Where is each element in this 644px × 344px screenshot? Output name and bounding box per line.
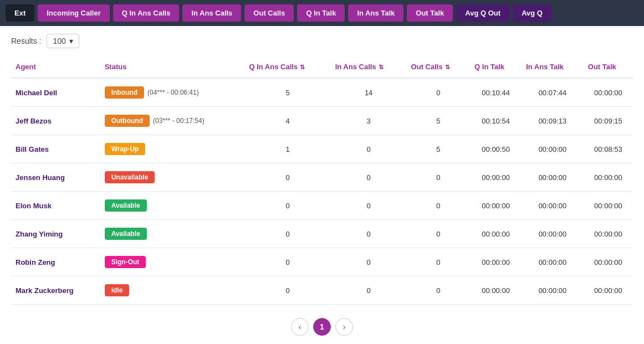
agent-status-cell: Sign-Out xyxy=(100,248,245,276)
table-row: Michael DellInbound(04*** - 00:06:41)514… xyxy=(11,78,633,107)
cell-in-ans-talk: 00:00:00 xyxy=(522,135,584,163)
cell-out-calls: 0 xyxy=(407,78,471,107)
cell-q-in-ans-calls: 0 xyxy=(244,192,330,220)
status-badge: idle xyxy=(105,284,130,296)
table-row: Jensen HuangUnavailable00000:00:0000:00:… xyxy=(11,163,633,192)
cell-q-in-ans-calls: 0 xyxy=(244,276,330,305)
cell-in-ans-talk: 00:07:44 xyxy=(522,78,584,107)
sort-icon: ⇅ xyxy=(445,64,450,71)
cell-out-talk: 00:00:00 xyxy=(584,248,633,276)
caller-info: (04*** - 00:06:41) xyxy=(147,89,199,96)
cell-q-in-ans-calls: 0 xyxy=(244,220,330,248)
cell-in-ans-talk: 00:09:13 xyxy=(522,107,584,135)
col-header-q-in-talk: Q In Talk xyxy=(470,56,522,78)
toolbar-btn-avg-q[interactable]: Avg Q xyxy=(513,4,551,22)
status-badge: Sign-Out xyxy=(105,256,146,268)
cell-out-calls: 5 xyxy=(407,107,471,135)
cell-in-ans-talk: 00:00:00 xyxy=(522,248,584,276)
status-badge: Available xyxy=(105,199,147,212)
cell-out-talk: 00:00:00 xyxy=(584,276,633,305)
toolbar-btn-q-in-ans-calls[interactable]: Q In Ans Calls xyxy=(113,4,180,22)
cell-in-ans-talk: 00:00:00 xyxy=(522,192,584,220)
agent-name: Robin Zeng xyxy=(11,248,100,276)
toolbar-btn-avg-q-out[interactable]: Avg Q Out xyxy=(456,4,509,22)
cell-in-ans-calls: 0 xyxy=(331,163,407,192)
col-header-in-ans-calls[interactable]: In Ans Calls⇅ xyxy=(331,56,407,78)
cell-out-calls: 0 xyxy=(407,276,471,305)
cell-out-talk: 00:09:15 xyxy=(584,107,633,135)
cell-in-ans-calls: 14 xyxy=(331,78,407,107)
agent-name: Zhang Yiming xyxy=(11,220,100,248)
agent-status-cell: Unavailable xyxy=(100,163,245,192)
cell-q-in-talk: 00:00:00 xyxy=(470,163,522,192)
status-badge: Outbound xyxy=(105,115,150,127)
toolbar-btn-out-talk[interactable]: Out Talk xyxy=(407,4,453,22)
next-page-button[interactable]: › xyxy=(335,318,353,336)
cell-out-calls: 0 xyxy=(407,192,471,220)
toolbar-btn-out-calls[interactable]: Out Calls xyxy=(244,4,294,22)
toolbar-btn-in-ans-calls[interactable]: In Ans Calls xyxy=(182,4,241,22)
col-header-agent: Agent xyxy=(11,56,100,78)
results-label: Results : xyxy=(11,37,41,45)
col-header-in-ans-talk: In Ans Talk xyxy=(522,56,584,78)
agent-status-cell: Available xyxy=(100,220,245,248)
agent-name: Jensen Huang xyxy=(11,163,100,192)
table-container: AgentStatusQ In Ans Calls⇅In Ans Calls⇅O… xyxy=(0,56,644,305)
toolbar-btn-in-ans-talk[interactable]: In Ans Talk xyxy=(348,4,403,22)
cell-out-talk: 00:00:00 xyxy=(584,220,633,248)
col-header-out-talk: Out Talk xyxy=(584,56,633,78)
table-row: Bill GatesWrap-Up10500:00:5000:00:0000:0… xyxy=(11,135,633,163)
col-header-q-in-ans-calls[interactable]: Q In Ans Calls⇅ xyxy=(244,56,330,78)
cell-in-ans-calls: 0 xyxy=(331,248,407,276)
status-badge: Wrap-Up xyxy=(105,143,146,155)
cell-q-in-ans-calls: 1 xyxy=(244,135,330,163)
table-row: Zhang YimingAvailable00000:00:0000:00:00… xyxy=(11,220,633,248)
cell-q-in-ans-calls: 0 xyxy=(244,248,330,276)
cell-q-in-talk: 00:00:00 xyxy=(470,192,522,220)
cell-in-ans-talk: 00:00:00 xyxy=(522,163,584,192)
results-value: 100 xyxy=(53,37,65,45)
sort-icon: ⇅ xyxy=(300,64,305,71)
pagination: ‹ 1 › xyxy=(0,305,644,344)
agent-status-cell: Available xyxy=(100,192,245,220)
toolbar-btn-q-in-talk[interactable]: Q In Talk xyxy=(297,4,345,22)
agent-status-cell: idle xyxy=(100,276,245,305)
page-number-1[interactable]: 1 xyxy=(313,318,331,336)
cell-q-in-talk: 00:10:44 xyxy=(470,78,522,107)
cell-q-in-ans-calls: 4 xyxy=(244,107,330,135)
chevron-down-icon: ▾ xyxy=(69,37,73,45)
cell-q-in-talk: 00:00:00 xyxy=(470,276,522,305)
status-badge: Inbound xyxy=(105,86,144,99)
agents-table: AgentStatusQ In Ans Calls⇅In Ans Calls⇅O… xyxy=(11,56,633,305)
results-bar: Results : 100 ▾ xyxy=(0,26,644,56)
agent-status-cell: Inbound(04*** - 00:06:41) xyxy=(100,78,245,107)
cell-q-in-talk: 00:10:54 xyxy=(470,107,522,135)
agent-name: Elon Musk xyxy=(11,192,100,220)
cell-in-ans-calls: 0 xyxy=(331,276,407,305)
col-header-status: Status xyxy=(100,56,245,78)
table-row: Elon MuskAvailable00000:00:0000:00:0000:… xyxy=(11,192,633,220)
cell-q-in-talk: 00:00:50 xyxy=(470,135,522,163)
toolbar: ExtIncoming CallerQ In Ans CallsIn Ans C… xyxy=(0,0,644,26)
cell-q-in-talk: 00:00:00 xyxy=(470,220,522,248)
cell-q-in-talk: 00:00:00 xyxy=(470,248,522,276)
agent-status-cell: Outbound(03*** - 00:17:54) xyxy=(100,107,245,135)
cell-in-ans-talk: 00:00:00 xyxy=(522,220,584,248)
cell-out-talk: 00:00:00 xyxy=(584,192,633,220)
cell-in-ans-talk: 00:00:00 xyxy=(522,276,584,305)
results-select[interactable]: 100 ▾ xyxy=(47,34,79,48)
prev-page-button[interactable]: ‹ xyxy=(291,318,309,336)
caller-info: (03*** - 00:17:54) xyxy=(153,117,205,125)
cell-q-in-ans-calls: 0 xyxy=(244,163,330,192)
cell-in-ans-calls: 0 xyxy=(331,220,407,248)
cell-out-calls: 0 xyxy=(407,220,471,248)
cell-out-talk: 00:08:53 xyxy=(584,135,633,163)
toolbar-btn-ext[interactable]: Ext xyxy=(6,4,34,22)
table-row: Mark Zuckerbergidle00000:00:0000:00:0000… xyxy=(11,276,633,305)
table-row: Jeff BezosOutbound(03*** - 00:17:54)4350… xyxy=(11,107,633,135)
cell-q-in-ans-calls: 5 xyxy=(244,78,330,107)
agent-name: Michael Dell xyxy=(11,78,100,107)
agent-name: Bill Gates xyxy=(11,135,100,163)
toolbar-btn-incoming-caller[interactable]: Incoming Caller xyxy=(38,4,110,22)
col-header-out-calls[interactable]: Out Calls⇅ xyxy=(407,56,471,78)
